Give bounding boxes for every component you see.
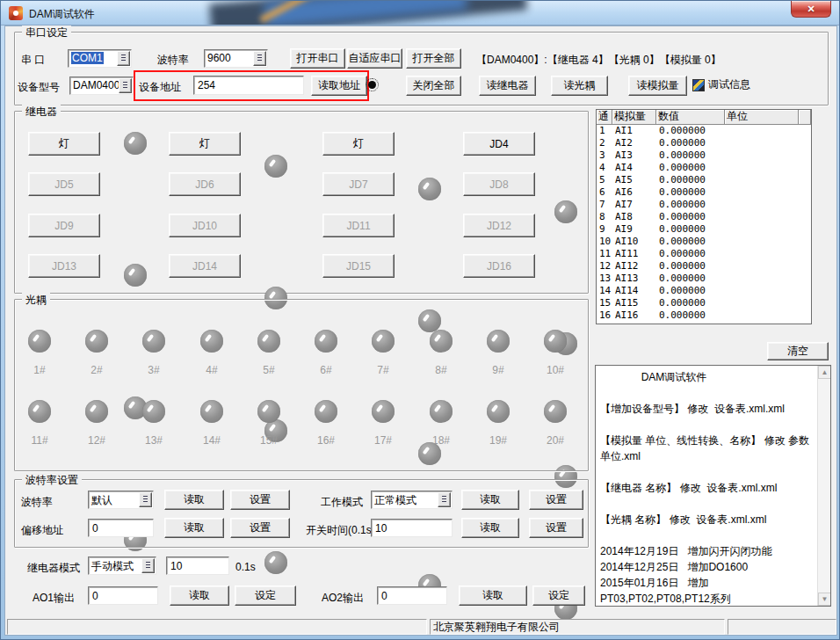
close-all-button[interactable]: 关闭全部 (406, 76, 461, 96)
table-row[interactable]: 13AI130.000000 (597, 273, 811, 285)
table-row[interactable]: 4AI40.000000 (597, 162, 811, 174)
ao2-label: AO2输出 (322, 591, 364, 606)
cell-channel: 13 (597, 273, 612, 285)
col-header-value[interactable]: 数值 (656, 110, 725, 125)
baud-setting-select[interactable]: 默认 (88, 491, 154, 509)
analog-table[interactable]: 通 模拟量 数值 单位 1AI10.000000 2AI20.000000 3A… (596, 109, 812, 324)
relay-button-3[interactable]: 灯 (322, 132, 395, 156)
cell-analog: AI1 (612, 125, 656, 137)
debug-info-toggle[interactable]: 调试信息 (692, 77, 750, 92)
read-analog-button[interactable]: 读模拟量 (628, 76, 687, 96)
ao1-set-button[interactable]: 设定 (235, 585, 296, 606)
table-row[interactable]: 16AI160.000000 (597, 309, 811, 322)
device-address-input[interactable] (193, 76, 304, 95)
col-header-analog[interactable]: 模拟量 (612, 110, 656, 125)
device-model-dropdown-icon[interactable] (119, 78, 132, 93)
com-port-select[interactable]: COM1 (68, 49, 132, 68)
relay-mode-time-input[interactable] (166, 556, 229, 575)
open-serial-button[interactable]: 打开串口 (290, 48, 345, 69)
read-address-button[interactable]: 读取地址 (311, 76, 367, 96)
baud-select[interactable]: 9600 (204, 49, 268, 68)
opto-channel-2: 2# (79, 330, 114, 376)
relay-button-16[interactable]: JD16 (463, 254, 535, 278)
table-row[interactable]: 12AI120.000000 (597, 260, 811, 273)
open-all-button[interactable]: 打开全部 (406, 48, 461, 69)
table-row[interactable]: 11AI110.000000 (597, 248, 811, 260)
table-row[interactable]: 1AI10.000000 (597, 125, 811, 137)
adaptive-serial-button[interactable]: 自适应串口 (347, 48, 402, 69)
baud-setting-dropdown-icon[interactable] (139, 492, 152, 507)
read-relay-button[interactable]: 读继电器 (479, 76, 536, 96)
relay-mode-dropdown-icon[interactable] (141, 558, 155, 573)
read-opto-button[interactable]: 读光耦 (551, 76, 608, 96)
ao1-read-button[interactable]: 读取 (170, 585, 229, 606)
cell-value: 0.000000 (656, 174, 725, 186)
baud-set-button[interactable]: 设置 (230, 490, 290, 510)
table-row[interactable]: 8AI80.000000 (597, 211, 811, 223)
debug-info-label: 调试信息 (708, 77, 750, 92)
cell-channel: 16 (597, 309, 612, 322)
cell-value: 0.000000 (656, 149, 725, 162)
offset-address-label: 偏移地址 (21, 523, 63, 538)
table-row[interactable]: 6AI60.000000 (597, 186, 811, 199)
relay-button-8[interactable]: JD8 (463, 172, 535, 196)
table-row[interactable]: 10AI100.000000 (597, 236, 811, 248)
device-status-text: 【DAM0400】:【继电器 4】【光耦 0】【模拟量 0】 (476, 53, 721, 68)
relay-button-4[interactable]: JD4 (463, 132, 535, 156)
clear-button[interactable]: 清空 (767, 342, 829, 360)
work-mode-select[interactable]: 正常模式 (371, 491, 453, 509)
ao2-input[interactable] (377, 586, 447, 605)
analog-table-header: 通 模拟量 数值 单位 (597, 110, 811, 125)
relay-button-13[interactable]: JD13 (28, 254, 100, 278)
offset-read-button[interactable]: 读取 (164, 518, 224, 538)
close-button[interactable]: ✕ (791, 1, 831, 18)
work-mode-set-button[interactable]: 设置 (529, 490, 583, 510)
scroll-up-icon[interactable]: ▲ (818, 366, 831, 379)
table-row[interactable]: 7AI70.000000 (597, 199, 811, 211)
relay-button-10[interactable]: JD10 (169, 214, 241, 237)
device-model-select[interactable]: DAM0400 (69, 76, 134, 95)
relay-button-1[interactable]: 灯 (28, 132, 100, 156)
relay-button-6[interactable]: JD6 (169, 172, 241, 196)
switch-time-read-button[interactable]: 读取 (461, 518, 519, 538)
ao1-input[interactable] (88, 586, 158, 605)
cell-value: 0.000000 (656, 297, 725, 309)
work-mode-read-button[interactable]: 读取 (461, 490, 519, 510)
cell-channel: 9 (597, 223, 612, 236)
baud-dropdown-icon[interactable] (253, 51, 266, 66)
col-header-unit[interactable]: 单位 (725, 110, 799, 125)
table-row[interactable]: 9AI90.000000 (597, 223, 811, 236)
cell-channel: 10 (597, 236, 612, 248)
relay-button-12[interactable]: JD12 (463, 214, 535, 237)
switch-time-input[interactable] (371, 519, 453, 537)
relay-button-9[interactable]: JD9 (28, 214, 100, 237)
opto-indicator-8 (430, 330, 453, 353)
ao2-set-button[interactable]: 设定 (532, 585, 585, 606)
com-port-dropdown-icon[interactable] (117, 51, 130, 66)
baud-value: 9600 (207, 52, 231, 64)
relay-button-15[interactable]: JD15 (322, 254, 395, 278)
relay-button-7[interactable]: JD7 (322, 172, 395, 196)
switch-time-set-button[interactable]: 设置 (529, 518, 583, 538)
baud-read-button[interactable]: 读取 (164, 490, 224, 510)
relay-mode-label: 继电器模式 (27, 561, 80, 576)
col-header-channel[interactable]: 通 (597, 110, 612, 125)
relay-button-5[interactable]: JD5 (28, 172, 100, 196)
table-row[interactable]: 2AI20.000000 (597, 137, 811, 149)
table-row[interactable]: 14AI140.000000 (597, 285, 811, 297)
offset-set-button[interactable]: 设置 (230, 518, 290, 538)
scroll-down-icon[interactable]: ▼ (818, 593, 831, 606)
relay-button-2[interactable]: 灯 (169, 132, 241, 156)
opto-channel-12: 12# (79, 400, 114, 447)
table-row[interactable]: 3AI30.000000 (597, 149, 811, 162)
ao2-read-button[interactable]: 读取 (459, 585, 527, 606)
work-mode-dropdown-icon[interactable] (438, 492, 451, 507)
relay-button-14[interactable]: JD14 (169, 254, 241, 278)
offset-address-input[interactable] (88, 519, 154, 537)
info-log-panel[interactable]: DAM调试软件 【增加设备型号】 修改 设备表.xml.xml 【模拟量 单位、… (595, 365, 831, 607)
table-row[interactable]: 5AI50.000000 (597, 174, 811, 186)
relay-button-11[interactable]: JD11 (322, 214, 395, 237)
info-scrollbar[interactable]: ▲ ▼ (817, 366, 830, 606)
relay-mode-select[interactable]: 手动模式 (88, 556, 156, 575)
table-row[interactable]: 15AI150.000000 (597, 297, 811, 309)
